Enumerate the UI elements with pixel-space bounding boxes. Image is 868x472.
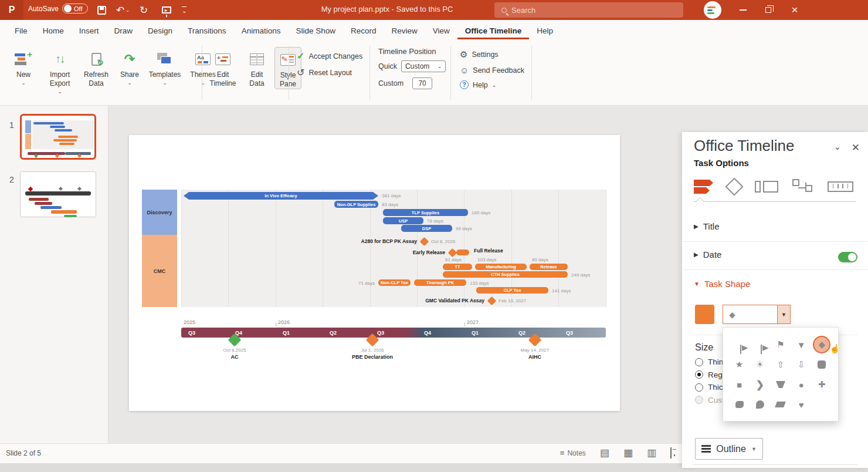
parallelogram-icon[interactable] (772, 396, 789, 413)
help-label: Help (473, 81, 488, 89)
slide[interactable]: DiscoveryCMCIn Vivo Efficacy381 daysNon-… (129, 135, 620, 411)
task-bar[interactable]: USP (383, 217, 423, 224)
restore-button[interactable] (760, 0, 777, 20)
share-icon: ↷ (124, 49, 135, 69)
task-bar[interactable]: TLP Supplies (383, 209, 468, 216)
edit-timeline-button[interactable]: + Edit Timeline (206, 47, 239, 89)
heart-icon[interactable]: ♥ (793, 396, 809, 413)
help-button[interactable]: ?Help⌄ (460, 80, 524, 89)
tab-timescale[interactable] (828, 175, 853, 198)
slide-thumbnail-1[interactable] (20, 114, 96, 160)
task-bar[interactable]: Non-CLP Tox (378, 279, 411, 286)
close-pane-button[interactable]: ✕ (852, 141, 860, 154)
task-bar[interactable]: DSP (401, 225, 452, 232)
slide-thumbnail-2[interactable] (20, 171, 96, 217)
start-slideshow-button[interactable]: ▸ (162, 3, 171, 17)
search-input[interactable]: Search (494, 2, 683, 18)
task-bar[interactable]: Manufacturing (475, 264, 527, 270)
menu-item-office-timeline[interactable]: Office Timeline (457, 22, 530, 39)
settings-button[interactable]: ⚙Settings (460, 49, 524, 60)
outline-button[interactable]: Outline ▼ (695, 438, 763, 460)
normal-view-button[interactable]: ▤ (600, 447, 609, 459)
flag-icon[interactable]: ⚑ (772, 336, 789, 353)
reset-layout-button[interactable]: ↺Reset Layout (297, 67, 362, 78)
slideshow-view-button[interactable] (670, 448, 672, 458)
task-bar[interactable]: CLP Tox (476, 287, 548, 294)
rounded-square-2-icon[interactable] (731, 396, 748, 413)
year-tick (464, 323, 465, 326)
category-label-discovery[interactable]: Discovery (142, 190, 177, 235)
import-export-button[interactable]: ↑↓ Import Export⌄ (43, 47, 76, 95)
circle-icon[interactable]: ● (793, 376, 809, 393)
send-feedback-button[interactable]: ☺Send Feedback (460, 65, 524, 75)
menu-item-insert[interactable]: Insert (72, 22, 107, 39)
menu-item-review[interactable]: Review (384, 22, 425, 39)
triangle-down-icon[interactable]: ▼ (793, 336, 809, 353)
tab-task-layout[interactable] (755, 175, 778, 198)
task-bar[interactable]: TT (443, 264, 472, 270)
three-quarter-circle-icon[interactable] (752, 396, 768, 413)
save-button[interactable] (97, 3, 106, 17)
arrow-up-icon[interactable]: ⇧ (772, 356, 789, 373)
task-bar[interactable] (456, 250, 469, 255)
task-bar[interactable]: Release (530, 264, 568, 270)
task-bar[interactable]: Non-GLP Supplies (334, 201, 378, 208)
autosave-toggle[interactable]: AutoSave Off (28, 4, 88, 14)
collapse-pane-button[interactable]: ⌄ (833, 141, 841, 152)
new-button[interactable]: + New⌄ (7, 47, 40, 95)
menu-item-draw[interactable]: Draw (107, 22, 141, 39)
square-icon[interactable]: ■ (731, 376, 748, 393)
custom-position-input[interactable]: 70 (412, 77, 432, 89)
edit-data-button[interactable]: Edit Data (243, 47, 271, 89)
menu-item-help[interactable]: Help (529, 22, 561, 39)
task-bar[interactable]: In Vivo Efficacy (184, 192, 378, 200)
star-icon[interactable]: ★ (731, 356, 748, 373)
powerpoint-logo[interactable]: P (0, 0, 23, 20)
slide-sorter-view-button[interactable]: ▦ (623, 447, 633, 459)
account-avatar[interactable] (704, 1, 721, 19)
plus-icon[interactable]: ✚ (813, 376, 830, 393)
tab-task-shape[interactable] (694, 175, 714, 198)
menu-item-design[interactable]: Design (140, 22, 180, 39)
customize-qat-button[interactable]: ⌄ (182, 3, 187, 17)
shape-color-swatch[interactable] (695, 305, 714, 324)
menu-item-transitions[interactable]: Transitions (180, 22, 234, 39)
title-section-header[interactable]: ▶Title (694, 221, 719, 231)
shape-dropdown-arrow[interactable]: ▼ (777, 305, 790, 323)
share-button[interactable]: ↷ Share⌄ (116, 47, 143, 95)
rounded-square-icon[interactable] (813, 356, 830, 373)
task-bar[interactable]: Thorough PK (414, 279, 466, 286)
category-label-cmc[interactable]: CMC (142, 235, 177, 307)
chevron-icon[interactable]: ❯ (752, 376, 768, 393)
menu-item-view[interactable]: View (425, 22, 457, 39)
tab-swimlane[interactable] (792, 175, 813, 198)
date-section-header[interactable]: ▶Date (694, 250, 721, 259)
menu-item-file[interactable]: File (7, 22, 35, 39)
menu-item-home[interactable]: Home (35, 22, 72, 39)
pennant-left-icon[interactable] (752, 336, 768, 353)
quick-position-dropdown[interactable]: Custom⌄ (401, 60, 446, 72)
notes-button[interactable]: ≡Notes (560, 449, 586, 457)
menu-item-animations[interactable]: Animations (234, 22, 289, 39)
reading-view-button[interactable]: ▥ (647, 447, 656, 459)
templates-button[interactable]: Templates⌄ (147, 47, 183, 95)
refresh-data-button[interactable]: ↻ Refresh Data (80, 47, 113, 95)
date-toggle[interactable] (838, 252, 857, 262)
trapezoid-icon[interactable] (772, 376, 789, 393)
tab-milestone[interactable] (728, 175, 741, 198)
shape-dropdown[interactable]: ◆ ▼ (723, 305, 791, 324)
diamond-icon[interactable]: ◆ (813, 336, 830, 353)
close-button[interactable]: × (786, 0, 803, 20)
size-radio-thin[interactable]: Thin (695, 358, 723, 366)
minimize-button[interactable] (734, 0, 752, 20)
task-bar[interactable]: CTH Supplies (443, 271, 568, 278)
seal-icon[interactable]: ☀ (752, 356, 768, 373)
accept-changes-button[interactable]: ✓Accept Changes (297, 50, 362, 62)
undo-button[interactable]: ↶⌄ (116, 3, 130, 17)
redo-button[interactable]: ↻ (140, 3, 148, 17)
menu-item-slide-show[interactable]: Slide Show (288, 22, 343, 39)
arrow-down-icon[interactable]: ⇩ (793, 356, 809, 373)
pennant-right-icon[interactable] (731, 336, 748, 353)
task-shape-section-header[interactable]: ▼Task Shape (694, 279, 750, 289)
menu-item-record[interactable]: Record (343, 22, 384, 39)
